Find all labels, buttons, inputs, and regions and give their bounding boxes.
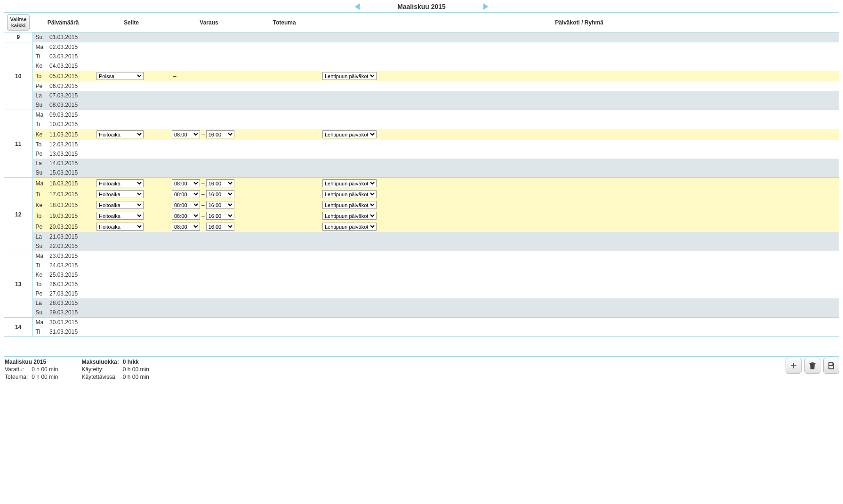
table-row[interactable]: La07.03.2015 xyxy=(4,91,839,100)
table-row[interactable]: Ke04.03.2015 xyxy=(4,61,839,71)
table-row[interactable]: Pe13.03.2015 xyxy=(4,149,839,159)
varaus-cell xyxy=(169,159,249,168)
table-row[interactable]: To12.03.2015 xyxy=(4,140,839,149)
prev-month-button[interactable] xyxy=(355,3,360,10)
ryhma-select[interactable]: Lehtipuun päiväkoti xyxy=(322,179,377,187)
table-row[interactable]: La14.03.2015 xyxy=(4,159,839,168)
ryhma-cell xyxy=(320,61,839,71)
table-row[interactable]: Su29.03.2015 xyxy=(4,308,839,318)
ryhma-cell xyxy=(320,91,839,100)
delete-button[interactable] xyxy=(804,358,820,374)
time-to-select[interactable]: 16:00 xyxy=(206,223,234,231)
table-row[interactable]: Ti17.03.2015Hoitoaika08:00–16:00Lehtipuu… xyxy=(4,189,839,200)
selite-select[interactable]: Hoitoaika xyxy=(96,179,144,187)
add-button[interactable] xyxy=(786,358,802,374)
time-to-select[interactable]: 16:00 xyxy=(206,201,234,209)
table-row[interactable]: 11Ma09.03.2015 xyxy=(4,110,839,120)
next-month-button[interactable] xyxy=(483,3,488,10)
table-row[interactable]: Ti03.03.2015 xyxy=(4,52,839,61)
day-of-week: Ke xyxy=(32,129,47,140)
ryhma-cell: Lehtipuun päiväkoti xyxy=(320,189,839,200)
table-row[interactable]: Su15.03.2015 xyxy=(4,168,839,178)
time-dash: – xyxy=(200,202,206,208)
table-row[interactable]: 14Ma30.03.2015 xyxy=(4,318,839,328)
ryhma-select[interactable]: Lehtipuun päiväkoti xyxy=(322,130,377,138)
selite-cell xyxy=(94,91,169,100)
time-to-select[interactable]: 16:00 xyxy=(206,190,234,198)
footer-kaytettavissa-value: 0 h 00 min xyxy=(123,374,152,380)
date-cell: 24.03.2015 xyxy=(47,261,94,270)
time-from-select[interactable]: 08:00 xyxy=(172,223,200,231)
table-row[interactable]: 12Ma16.03.2015Hoitoaika08:00–16:00Lehtip… xyxy=(4,178,839,189)
time-from-select[interactable]: 08:00 xyxy=(172,201,200,209)
selite-select[interactable]: Hoitoaika xyxy=(96,201,144,209)
table-row[interactable]: To19.03.2015Hoitoaika08:00–16:00Lehtipuu… xyxy=(4,210,839,221)
time-from-select[interactable]: 08:00 xyxy=(172,179,200,187)
month-title: Maaliskuu 2015 xyxy=(397,3,446,10)
ryhma-cell xyxy=(320,120,839,129)
table-row[interactable]: Pe06.03.2015 xyxy=(4,81,839,91)
table-row[interactable]: Ti10.03.2015 xyxy=(4,120,839,129)
table-row[interactable]: Pe27.03.2015 xyxy=(4,289,839,298)
toteuma-cell xyxy=(249,81,320,91)
selite-select[interactable]: Poissa xyxy=(96,72,144,80)
col-header-varaus: Varaus xyxy=(169,13,249,32)
table-row[interactable]: To26.03.2015 xyxy=(4,280,839,289)
ryhma-cell xyxy=(320,241,839,251)
selite-select[interactable]: Hoitoaika xyxy=(96,223,144,231)
table-row[interactable]: Su22.03.2015 xyxy=(4,241,839,251)
varaus-cell xyxy=(169,52,249,61)
time-to-select[interactable]: 16:00 xyxy=(206,179,234,187)
table-row[interactable]: To05.03.2015Poissa–Lehtipuun päiväkoti xyxy=(4,71,839,81)
ryhma-cell xyxy=(320,159,839,168)
footer-toteuma-value: 0 h 00 min xyxy=(32,374,61,380)
selite-select[interactable]: Hoitoaika xyxy=(96,130,144,138)
date-cell: 03.03.2015 xyxy=(47,52,94,61)
varaus-cell xyxy=(169,100,249,110)
ryhma-select[interactable]: Lehtipuun päiväkoti xyxy=(322,223,377,231)
ryhma-cell xyxy=(320,308,839,318)
select-all-button[interactable]: Valitse kaikki xyxy=(7,14,30,31)
ryhma-select[interactable]: Lehtipuun päiväkoti xyxy=(322,201,377,209)
table-row[interactable]: Su08.03.2015 xyxy=(4,100,839,110)
toteuma-cell xyxy=(249,327,320,337)
time-from-select[interactable]: 08:00 xyxy=(172,130,200,138)
date-cell: 15.03.2015 xyxy=(47,168,94,178)
table-row[interactable]: Ke25.03.2015 xyxy=(4,270,839,280)
ryhma-cell xyxy=(320,289,839,298)
time-from-select[interactable]: 08:00 xyxy=(172,190,200,198)
ryhma-select[interactable]: Lehtipuun päiväkoti xyxy=(322,72,377,80)
selite-select[interactable]: Hoitoaika xyxy=(96,190,144,198)
table-row[interactable]: La21.03.2015 xyxy=(4,232,839,241)
table-row[interactable]: 13Ma23.03.2015 xyxy=(4,251,839,261)
day-of-week: Ma xyxy=(32,110,47,120)
ryhma-cell xyxy=(320,81,839,91)
day-of-week: Ke xyxy=(32,270,47,280)
time-dash: – xyxy=(200,180,206,187)
day-of-week: Ma xyxy=(32,178,47,189)
time-to-select[interactable]: 16:00 xyxy=(206,212,234,220)
footer-maksu-label: Maksuluokka: xyxy=(81,359,121,365)
footer-month-title: Maaliskuu 2015 xyxy=(5,359,61,365)
table-row[interactable]: La28.03.2015 xyxy=(4,298,839,308)
toteuma-cell xyxy=(249,32,320,42)
save-button[interactable] xyxy=(823,358,839,374)
date-cell: 19.03.2015 xyxy=(47,210,94,221)
date-cell: 29.03.2015 xyxy=(47,308,94,318)
selite-select[interactable]: Hoitoaika xyxy=(96,212,144,220)
time-to-select[interactable]: 16:00 xyxy=(206,130,234,138)
date-cell: 01.03.2015 xyxy=(47,32,94,42)
date-cell: 04.03.2015 xyxy=(47,61,94,71)
table-row[interactable]: Ti31.03.2015 xyxy=(4,327,839,337)
table-row[interactable]: Ke11.03.2015Hoitoaika08:00–16:00Lehtipuu… xyxy=(4,129,839,140)
table-row[interactable]: Pe20.03.2015Hoitoaika08:00–16:00Lehtipuu… xyxy=(4,221,839,232)
table-row[interactable]: Ke18.03.2015Hoitoaika08:00–16:00Lehtipuu… xyxy=(4,200,839,210)
toteuma-cell xyxy=(249,270,320,280)
time-from-select[interactable]: 08:00 xyxy=(172,212,200,220)
table-row[interactable]: Ti24.03.2015 xyxy=(4,261,839,270)
ryhma-select[interactable]: Lehtipuun päiväkoti xyxy=(322,190,377,198)
varaus-cell xyxy=(169,270,249,280)
ryhma-select[interactable]: Lehtipuun päiväkoti xyxy=(322,212,377,220)
table-row[interactable]: 10Ma02.03.2015 xyxy=(4,42,839,52)
table-row[interactable]: 9Su01.03.2015 xyxy=(4,32,839,42)
